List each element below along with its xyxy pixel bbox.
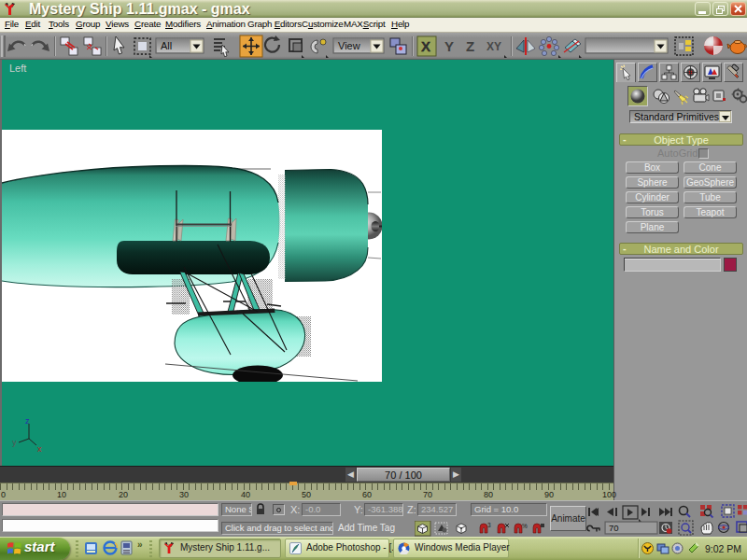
svg-text:XY: XY [486,40,501,53]
svg-text:All: All [161,40,172,51]
svg-text:View: View [338,40,360,51]
svg-text:X: X [421,38,430,54]
svg-text:3: 3 [487,522,491,528]
svg-text:70: 70 [609,523,619,533]
svg-text:z: z [25,416,30,426]
svg-text:Z: Z [466,38,474,54]
svg-text:Y: Y [444,38,454,54]
svg-text:%: % [522,523,528,529]
svg-text:y: y [12,438,17,447]
svg-text:x: x [37,444,42,452]
